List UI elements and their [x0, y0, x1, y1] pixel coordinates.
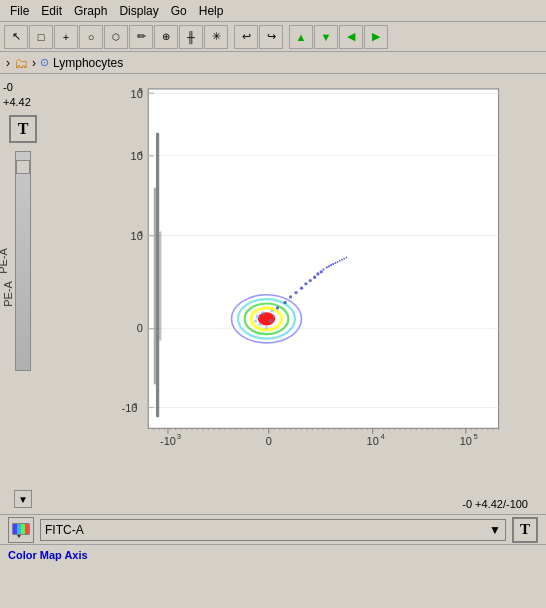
- svg-text:5: 5: [473, 432, 477, 441]
- dropdown-arrow-icon: ▼: [489, 523, 501, 537]
- svg-rect-97: [159, 231, 161, 340]
- svg-text:-10: -10: [160, 435, 176, 447]
- y-axis-label: PE-A: [0, 248, 9, 274]
- down-arrow-btn[interactable]: ▼: [14, 490, 32, 508]
- svg-point-129: [254, 319, 257, 322]
- crosshair-tool-btn[interactable]: +: [54, 25, 78, 49]
- svg-rect-96: [154, 187, 156, 384]
- svg-text:5: 5: [139, 86, 143, 95]
- pencil-tool-btn[interactable]: ✏: [129, 25, 153, 49]
- triangle-up-btn[interactable]: ▲: [289, 25, 313, 49]
- svg-point-112: [320, 270, 323, 273]
- menu-file[interactable]: File: [4, 2, 35, 20]
- cursor-tool-btn[interactable]: ↖: [4, 25, 28, 49]
- svg-text:3: 3: [133, 401, 137, 410]
- svg-rect-0: [148, 89, 498, 428]
- svg-point-115: [328, 265, 330, 267]
- svg-rect-133: [13, 524, 17, 534]
- svg-point-117: [332, 263, 334, 265]
- breadcrumb-label[interactable]: Lymphocytes: [53, 56, 123, 70]
- svg-point-118: [334, 262, 336, 264]
- svg-point-125: [261, 311, 265, 315]
- svg-rect-136: [25, 524, 29, 534]
- svg-point-109: [309, 279, 312, 282]
- axis-dropdown[interactable]: FITC-A ▼: [40, 519, 506, 541]
- svg-rect-95: [156, 133, 159, 418]
- svg-text:3: 3: [139, 229, 143, 238]
- menubar: File Edit Graph Display Go Help: [0, 0, 546, 22]
- toolbar: ↖ □ + ○ ⬡ ✏ ⊕ ╫ ✳ ↩ ↪ ▲ ▼ ◀ ▶: [0, 22, 546, 52]
- undo-tool-btn[interactable]: ↩: [234, 25, 258, 49]
- split-tool-btn[interactable]: ╫: [179, 25, 203, 49]
- svg-point-111: [316, 272, 319, 275]
- menu-go[interactable]: Go: [165, 2, 193, 20]
- svg-text:10: 10: [367, 435, 379, 447]
- magic-tool-btn[interactable]: ⊕: [154, 25, 178, 49]
- svg-point-104: [283, 301, 286, 304]
- svg-rect-134: [17, 524, 21, 534]
- svg-point-113: [322, 268, 324, 270]
- bottom-coords: -0 +4.42/-100: [462, 498, 528, 510]
- svg-point-123: [346, 257, 348, 259]
- axis-dropdown-wrap: FITC-A ▼: [40, 519, 506, 541]
- svg-text:0: 0: [266, 435, 272, 447]
- svg-point-108: [304, 282, 307, 285]
- breadcrumb-arrow-1: ›: [6, 56, 10, 70]
- color-map-icon-btn[interactable]: [8, 517, 34, 543]
- svg-text:3: 3: [177, 432, 181, 441]
- triangle-left-btn[interactable]: ◀: [339, 25, 363, 49]
- coord-top: -0: [3, 80, 43, 95]
- t-button-left[interactable]: T: [9, 115, 37, 143]
- svg-point-110: [313, 276, 316, 279]
- redo-tool-btn[interactable]: ↪: [259, 25, 283, 49]
- coord-bottom: +4.42: [3, 95, 43, 110]
- menu-graph[interactable]: Graph: [68, 2, 113, 20]
- axis-dropdown-label: FITC-A: [45, 523, 84, 537]
- svg-point-116: [330, 264, 332, 266]
- plot-area[interactable]: 10 5 10 4 10 3 0 -10 3: [76, 78, 538, 494]
- rectangle-tool-btn[interactable]: □: [29, 25, 53, 49]
- color-map-axis-link[interactable]: Color Map Axis: [8, 549, 88, 561]
- svg-point-120: [339, 260, 341, 262]
- svg-point-130: [265, 326, 268, 329]
- svg-point-127: [273, 315, 276, 318]
- star-tool-btn[interactable]: ✳: [204, 25, 228, 49]
- svg-point-119: [337, 261, 339, 263]
- status-bar: Color Map Axis: [0, 544, 546, 564]
- menu-display[interactable]: Display: [113, 2, 164, 20]
- svg-point-131: [270, 310, 273, 313]
- triangle-right-btn[interactable]: ▶: [364, 25, 388, 49]
- svg-point-128: [258, 323, 261, 326]
- color-map-icon: [11, 520, 31, 540]
- svg-point-122: [343, 258, 345, 260]
- svg-point-103: [276, 306, 279, 309]
- svg-point-124: [256, 314, 260, 318]
- breadcrumb-icon: ⊙: [40, 56, 49, 69]
- coords-display: -0 +4.42: [3, 80, 43, 111]
- triangle-down-btn[interactable]: ▼: [314, 25, 338, 49]
- svg-text:0: 0: [137, 322, 143, 334]
- breadcrumb: › 🗂 › ⊙ Lymphocytes: [0, 52, 546, 74]
- ellipse-tool-btn[interactable]: ○: [79, 25, 103, 49]
- svg-text:4: 4: [380, 432, 385, 441]
- coord-info: -0 +4.42/-100: [76, 494, 538, 514]
- t-button-bottom[interactable]: T: [512, 517, 538, 543]
- menu-help[interactable]: Help: [193, 2, 230, 20]
- svg-text:4: 4: [139, 149, 144, 158]
- polygon-tool-btn[interactable]: ⬡: [104, 25, 128, 49]
- svg-point-106: [294, 291, 297, 294]
- svg-point-126: [269, 319, 273, 323]
- menu-edit[interactable]: Edit: [35, 2, 68, 20]
- svg-point-121: [341, 259, 343, 261]
- svg-point-105: [289, 295, 292, 298]
- breadcrumb-folder-icon[interactable]: 🗂: [14, 55, 28, 71]
- svg-rect-135: [21, 524, 25, 534]
- y-scroll-slider[interactable]: [15, 151, 31, 371]
- svg-text:10: 10: [460, 435, 472, 447]
- svg-point-114: [326, 266, 328, 268]
- breadcrumb-arrow-2: ›: [32, 56, 36, 70]
- bottom-bar: FITC-A ▼ T: [0, 514, 546, 544]
- svg-point-107: [300, 287, 303, 290]
